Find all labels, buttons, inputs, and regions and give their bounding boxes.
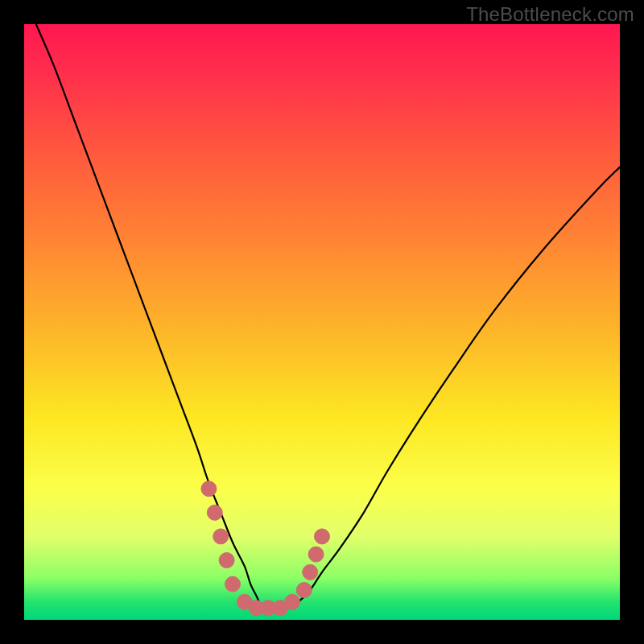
curve-markers [201, 481, 330, 616]
plot-area [24, 24, 620, 620]
bottleneck-curve [36, 24, 620, 609]
curve-marker [207, 505, 222, 520]
curve-svg [24, 24, 620, 620]
curve-marker [285, 594, 300, 609]
curve-marker [308, 547, 324, 562]
curve-marker [296, 583, 312, 598]
curve-marker [303, 564, 318, 580]
curve-marker [201, 481, 217, 497]
curve-marker [225, 576, 241, 592]
watermark-text: TheBottleneck.com [466, 3, 634, 26]
curve-marker [315, 529, 330, 544]
chart-frame: TheBottleneck.com [0, 0, 644, 644]
curve-marker [213, 529, 229, 544]
curve-marker [219, 553, 234, 568]
